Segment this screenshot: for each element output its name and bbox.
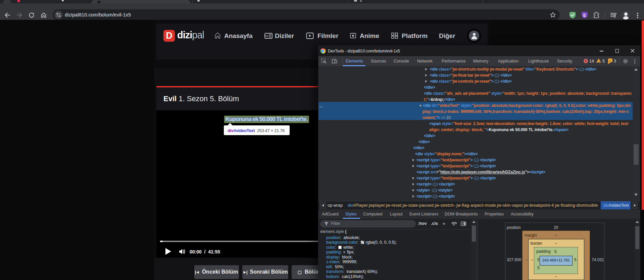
svg-text:E: E [583,13,586,18]
svg-text:TV: TV [265,35,268,37]
